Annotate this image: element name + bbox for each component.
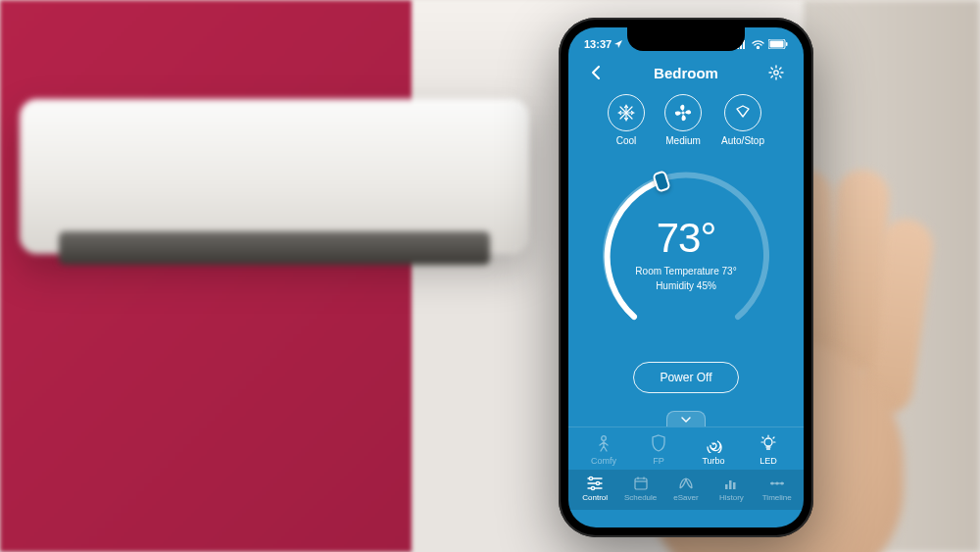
snowflake-icon	[616, 103, 636, 123]
svg-point-30	[775, 481, 778, 484]
sliders-icon	[586, 476, 604, 491]
quick-turbo[interactable]: Turbo	[686, 433, 741, 466]
tab-schedule-label: Schedule	[624, 493, 657, 502]
mode-autostop-label: Auto/Stop	[721, 135, 764, 146]
humidity-label: Humidity 45%	[635, 278, 736, 293]
svg-rect-27	[733, 482, 736, 489]
quick-actions-row: Comfy FP Turbo LED	[568, 427, 804, 470]
quick-comfy[interactable]: Comfy	[576, 433, 631, 466]
quick-comfy-label: Comfy	[591, 456, 616, 466]
expand-button[interactable]	[666, 411, 706, 427]
location-arrow-icon	[613, 39, 623, 49]
tab-timeline[interactable]: Timeline	[755, 476, 800, 502]
page-title: Bedroom	[654, 65, 718, 81]
gear-icon	[768, 65, 784, 80]
ac-unit	[20, 99, 529, 254]
svg-rect-6	[786, 42, 788, 46]
svg-point-14	[764, 438, 772, 446]
tab-control[interactable]: Control	[572, 476, 617, 502]
svg-rect-25	[725, 484, 728, 489]
mode-cool[interactable]: Cool	[608, 94, 645, 146]
svg-point-20	[592, 486, 595, 489]
quick-led[interactable]: LED	[741, 433, 796, 466]
back-button[interactable]	[586, 63, 606, 82]
quick-fp[interactable]: FP	[631, 433, 686, 466]
fan-icon	[673, 103, 693, 123]
svg-point-19	[597, 481, 600, 484]
swing-icon	[733, 103, 753, 123]
mode-medium[interactable]: Medium	[664, 94, 702, 146]
timeline-icon	[768, 476, 786, 491]
tab-control-label: Control	[582, 493, 608, 502]
calendar-icon	[633, 476, 649, 491]
bulb-icon	[759, 433, 778, 453]
mode-autostop[interactable]: Auto/Stop	[721, 94, 764, 146]
mode-medium-label: Medium	[665, 135, 701, 146]
leaf-icon	[677, 476, 695, 491]
svg-point-12	[681, 111, 684, 114]
quick-fp-label: FP	[653, 456, 664, 466]
mode-cool-label: Cool	[616, 135, 637, 146]
svg-rect-5	[770, 41, 784, 48]
tab-esaver[interactable]: eSaver	[663, 476, 709, 502]
room-temperature-label: Room Temperature 73°	[635, 264, 736, 278]
phone-notch	[627, 27, 745, 51]
phone-screen: 13:37 Bedroom Cool	[568, 27, 804, 527]
quick-turbo-label: Turbo	[702, 456, 724, 466]
chevron-left-icon	[591, 65, 601, 80]
tab-bar: Control Schedule eSaver History Timeline	[568, 470, 804, 510]
spiral-icon	[704, 433, 723, 453]
tab-history[interactable]: History	[709, 476, 754, 502]
svg-rect-21	[635, 478, 647, 489]
tab-history-label: History	[719, 493, 744, 502]
bars-icon	[723, 476, 739, 491]
app-header: Bedroom	[568, 55, 804, 86]
svg-point-18	[590, 477, 593, 479]
power-off-button[interactable]: Power Off	[633, 362, 738, 393]
person-icon	[594, 433, 613, 453]
svg-point-31	[780, 481, 783, 484]
chevron-down-icon	[680, 416, 692, 424]
set-temperature: 73°	[657, 215, 716, 262]
quick-led-label: LED	[760, 456, 777, 466]
temperature-dial[interactable]: 73° Room Temperature 73° Humidity 45%	[588, 156, 784, 352]
mode-row: Cool Medium Auto/Stop	[568, 86, 804, 150]
battery-icon	[768, 39, 788, 49]
tab-schedule[interactable]: Schedule	[617, 476, 662, 502]
svg-point-29	[770, 481, 773, 484]
status-time: 13:37	[584, 38, 612, 50]
shield-icon	[649, 433, 668, 453]
wifi-icon	[752, 40, 764, 49]
tab-timeline-label: Timeline	[762, 493, 792, 502]
svg-point-13	[602, 436, 607, 441]
phone-frame: 13:37 Bedroom Cool	[559, 18, 813, 537]
svg-point-7	[774, 71, 778, 75]
tab-esaver-label: eSaver	[673, 493, 698, 502]
svg-rect-26	[729, 480, 732, 489]
settings-button[interactable]	[766, 63, 786, 82]
